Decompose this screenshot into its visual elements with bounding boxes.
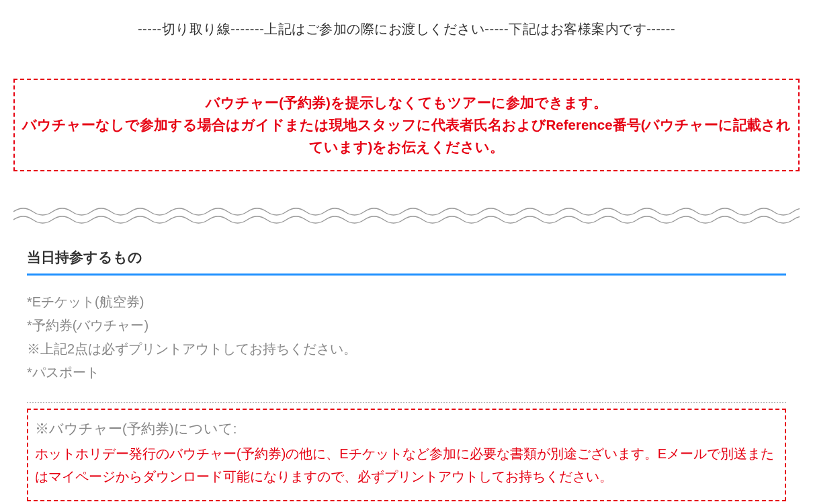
checklist-item: *予約券(バウチャー) [27,314,786,337]
checklist: *Eチケット(航空券) *予約券(バウチャー) ※上記2点は必ずプリントアウトし… [27,290,786,398]
checklist-item: *Eチケット(航空券) [27,290,786,314]
checklist-item: ※上記2点は必ずプリントアウトしてお持ちください。 [27,337,786,361]
voucher-info-title: ※バウチャー(予約券)について: [35,419,778,438]
voucher-notice-line2: バウチャーなしで参加する場合はガイドまたは現地スタッフに代表者氏名およびRefe… [20,114,793,159]
wave-divider-icon [13,205,800,225]
voucher-info-body: ホットホリデー発行のバウチャー(予約券)の他に、Eチケットなど参加に必要な書類が… [35,442,778,488]
voucher-notice-line1: バウチャー(予約券)を提示しなくてもツアーに参加できます。 [20,92,793,114]
bring-section: 当日持参するもの *Eチケット(航空券) *予約券(バウチャー) ※上記2点は必… [27,248,786,501]
voucher-info-box: ※バウチャー(予約券)について: ホットホリデー発行のバウチャー(予約券)の他に… [27,409,786,501]
section-heading: 当日持参するもの [27,248,786,276]
cut-line-text: -----切り取り線-------上記はご参加の際にお渡しください-----下記… [13,20,800,38]
voucher-notice-box: バウチャー(予約券)を提示しなくてもツアーに参加できます。 バウチャーなしで参加… [13,79,800,171]
dotted-separator [27,402,786,403]
checklist-item: *パスポート [27,361,786,384]
